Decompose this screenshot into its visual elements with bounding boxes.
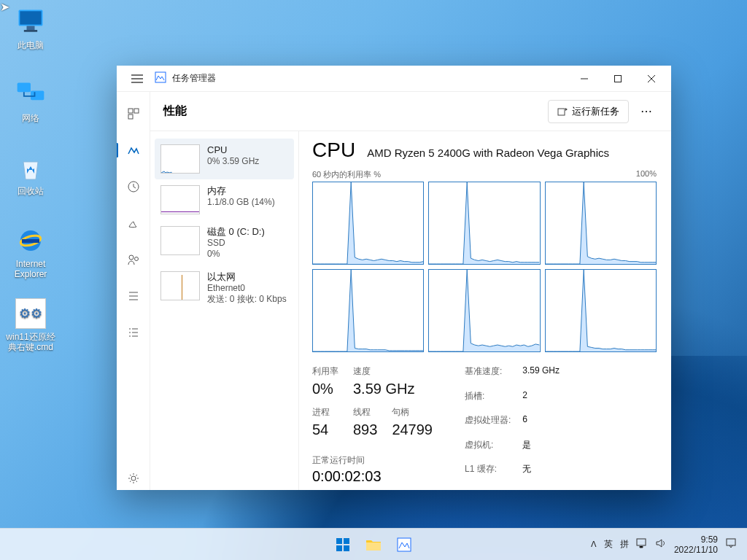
side-nav <box>117 92 150 490</box>
desktop-icon-network[interactable]: 网络 <box>4 79 57 123</box>
run-task-icon <box>557 106 568 117</box>
cpu-chart-5 <box>545 269 657 352</box>
nav-app-history[interactable] <box>122 175 145 198</box>
clock[interactable]: 9:59 2022/11/10 <box>674 534 718 555</box>
svg-rect-18 <box>558 109 565 115</box>
svg-rect-9 <box>155 72 166 82</box>
svg-rect-25 <box>637 539 646 545</box>
mouse-cursor: ➤ <box>0 0 9 14</box>
cpu-specs: 基准速度:3.59 GHz 插槽:2 虚拟处理器:6 虚拟机:是 L1 缓存:无 <box>465 365 560 485</box>
icon-label: 此电脑 <box>4 40 57 50</box>
network-icon[interactable] <box>636 538 648 551</box>
icon-label: win11还原经典右键.cmd <box>4 332 57 352</box>
desktop-icon-this-pc[interactable]: 此电脑 <box>4 6 57 50</box>
nav-details[interactable] <box>122 284 145 308</box>
window-title: 任务管理器 <box>172 72 216 85</box>
svg-rect-1 <box>20 11 41 24</box>
svg-point-16 <box>134 257 138 261</box>
desktop-icon-recycle-bin[interactable]: 回收站 <box>4 152 57 196</box>
svg-rect-12 <box>134 109 139 113</box>
icon-label: 回收站 <box>4 186 57 196</box>
page-title: 性能 <box>163 104 187 119</box>
svg-rect-8 <box>22 239 39 243</box>
svg-rect-3 <box>24 30 37 32</box>
cpu-chart-1 <box>428 182 540 265</box>
svg-rect-4 <box>18 83 31 93</box>
svg-rect-19 <box>336 538 342 544</box>
nav-services[interactable] <box>122 321 145 344</box>
maximize-button[interactable] <box>601 67 635 90</box>
nav-settings[interactable] <box>122 467 145 490</box>
uptime-value: 0:00:02:03 <box>312 468 433 485</box>
speed-value: 3.59 GHz <box>353 381 433 397</box>
title-bar[interactable]: 任务管理器 <box>117 66 671 92</box>
list-item-cpu[interactable]: CPU0% 3.59 GHz <box>155 139 294 179</box>
nav-users[interactable] <box>122 248 145 271</box>
cpu-chart-2 <box>545 182 657 265</box>
notifications-icon[interactable] <box>725 537 737 551</box>
hamburger-button[interactable] <box>125 69 149 89</box>
taskbar: ᐱ 英 拼 9:59 2022/11/10 <box>0 528 747 560</box>
nav-performance[interactable] <box>122 139 145 162</box>
list-item-disk[interactable]: 磁盘 0 (C: D:)SSD0% <box>155 220 294 265</box>
proc-value: 54 <box>312 421 338 438</box>
cpu-chart-3 <box>312 269 424 352</box>
svg-rect-2 <box>27 26 35 31</box>
axis-right-label: 100% <box>636 169 657 180</box>
svg-rect-22 <box>344 545 349 551</box>
desktop-icon-ie[interactable]: Internet Explorer <box>4 225 57 279</box>
list-item-memory[interactable]: 内存1.1/8.0 GB (14%) <box>155 179 294 220</box>
ime-lang[interactable]: 英 <box>604 538 613 551</box>
axis-left-label: 60 秒内的利用率 % <box>312 169 381 180</box>
more-button[interactable]: ⋯ <box>635 100 658 123</box>
svg-rect-26 <box>727 539 735 545</box>
task-manager-window: 任务管理器 性能 运行新任务 ⋯ <box>117 66 671 490</box>
close-button[interactable] <box>635 67 668 90</box>
svg-rect-24 <box>398 538 411 551</box>
svg-point-17 <box>131 476 136 481</box>
svg-rect-21 <box>336 545 342 551</box>
svg-rect-11 <box>128 109 133 113</box>
app-icon <box>155 71 166 86</box>
list-item-ethernet[interactable]: 以太网Ethernet0发送: 0 接收: 0 Kbps <box>155 265 294 311</box>
detail-title: CPU <box>312 139 355 162</box>
svg-rect-10 <box>615 75 622 82</box>
svg-rect-23 <box>366 542 381 551</box>
desktop-icon-cmd-file[interactable]: ⚙⚙ win11还原经典右键.cmd <box>4 298 57 352</box>
cpu-chart-0 <box>312 182 424 265</box>
nav-processes[interactable] <box>122 102 145 125</box>
svg-rect-20 <box>344 538 349 544</box>
threads-value: 893 <box>353 421 377 438</box>
start-button[interactable] <box>330 532 356 558</box>
volume-icon[interactable] <box>655 538 667 551</box>
taskbar-explorer[interactable] <box>360 532 387 558</box>
ime-mode[interactable]: 拼 <box>620 538 629 551</box>
cpu-charts <box>312 182 657 352</box>
cpu-model: AMD Ryzen 5 2400G with Radeon Vega Graph… <box>367 147 609 159</box>
util-value: 0% <box>312 381 338 397</box>
svg-point-15 <box>129 255 133 260</box>
icon-label: Internet Explorer <box>4 259 57 279</box>
nav-startup[interactable] <box>122 211 145 235</box>
cpu-chart-4 <box>428 269 540 352</box>
run-task-label: 运行新任务 <box>572 105 619 118</box>
resource-list: CPU0% 3.59 GHz 内存1.1/8.0 GB (14%) 磁盘 0 (… <box>150 131 299 490</box>
run-new-task-button[interactable]: 运行新任务 <box>548 100 629 123</box>
handles-value: 24799 <box>392 421 433 438</box>
taskbar-task-manager[interactable] <box>391 532 417 558</box>
minimize-button[interactable] <box>568 67 601 90</box>
svg-rect-5 <box>31 91 44 101</box>
tray-overflow-icon[interactable]: ᐱ <box>591 540 597 549</box>
icon-label: 网络 <box>4 113 57 123</box>
svg-rect-13 <box>128 114 133 119</box>
